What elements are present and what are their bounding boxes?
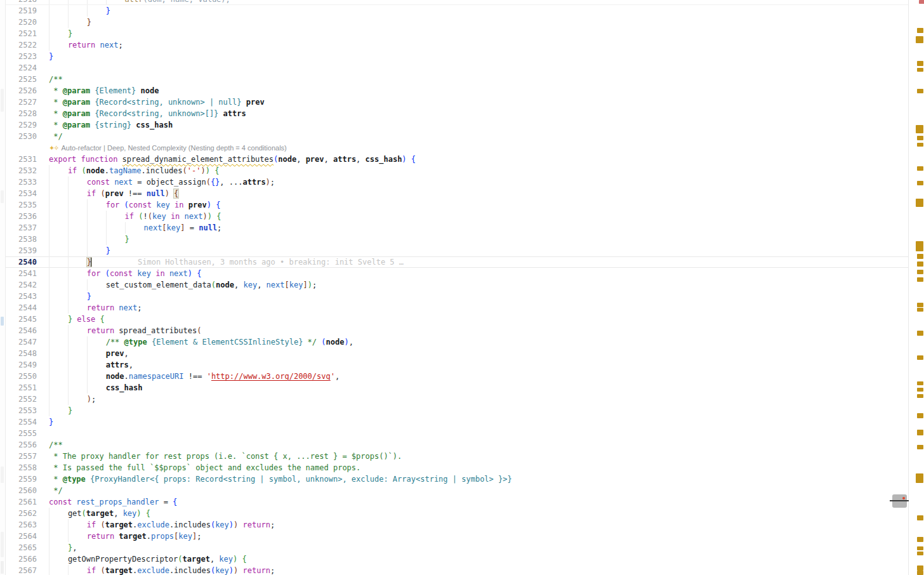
code-line-content[interactable]: return target.props[key]; bbox=[37, 531, 908, 542]
code-line-content[interactable]: node.namespaceURI !== 'http://www.w3.org… bbox=[37, 371, 908, 382]
code-line[interactable]: 2523} bbox=[0, 51, 908, 62]
code-line[interactable]: 2531export function spread_dynamic_eleme… bbox=[0, 154, 908, 165]
code-line-content[interactable]: ); bbox=[37, 393, 908, 405]
code-line-content[interactable]: prev, bbox=[37, 348, 908, 359]
code-line-content[interactable]: return next; bbox=[37, 302, 908, 314]
code-line[interactable]: 2550node.namespaceURI !== 'http://www.w3… bbox=[0, 371, 908, 382]
code-line[interactable]: 2524 bbox=[0, 62, 908, 74]
code-line[interactable]: 2546return spread_attributes( bbox=[0, 325, 908, 336]
code-line-content[interactable]: } bbox=[37, 51, 908, 62]
code-line[interactable]: 2549attrs, bbox=[0, 359, 908, 371]
code-line-content[interactable]: getOwnPropertyDescriptor(target, key) { bbox=[37, 553, 908, 565]
code-line[interactable]: 2527 * @param {Record<string, unknown> |… bbox=[0, 96, 908, 108]
code-line-content[interactable]: if (node.tagName.includes('-')) { bbox=[37, 165, 908, 176]
code-line-content[interactable]: } bbox=[37, 245, 908, 256]
code-line-content[interactable]: const next = object_assign({}, ...attrs)… bbox=[37, 176, 908, 188]
code-line[interactable]: 2544return next; bbox=[0, 302, 908, 314]
code-line-content[interactable]: /** bbox=[37, 74, 908, 85]
code-line-content[interactable]: */ bbox=[37, 131, 908, 142]
code-line[interactable]: 2537next[key] = null; bbox=[0, 222, 908, 234]
code-line[interactable]: 2542set_custom_element_data(node, key, n… bbox=[0, 279, 908, 291]
code-line-content[interactable]: next[key] = null; bbox=[37, 222, 908, 234]
code-line[interactable]: 2563if (target.exclude.includes(key)) re… bbox=[0, 519, 908, 531]
code-line-content[interactable]: }Simon Holthausen, 3 months ago • breaki… bbox=[37, 256, 908, 268]
code-line[interactable]: 2535for (const key in prev) { bbox=[0, 199, 908, 211]
code-line-content[interactable]: } bbox=[37, 5, 908, 17]
code-line-content[interactable]: } bbox=[37, 416, 908, 428]
code-line-content[interactable]: * @param {Element} node bbox=[37, 85, 908, 96]
code-line-content[interactable] bbox=[37, 428, 908, 439]
code-line[interactable]: 2556/** bbox=[0, 439, 908, 451]
code-line[interactable]: 2520} bbox=[0, 17, 908, 28]
code-line-content[interactable]: * @param {Record<string, unknown>[]} att… bbox=[37, 108, 908, 119]
code-line[interactable]: 2562get(target, key) { bbox=[0, 508, 908, 519]
code-line[interactable]: 2558 * Is passed the full `$$props` obje… bbox=[0, 462, 908, 473]
code-line-content[interactable]: * @type {ProxyHandler<{ props: Record<st… bbox=[37, 473, 908, 485]
code-line[interactable]: 2528 * @param {Record<string, unknown>[]… bbox=[0, 108, 908, 119]
code-line[interactable]: 2567if (target.exclude.includes(key)) re… bbox=[0, 565, 908, 575]
codelens-label[interactable]: Auto-refactor | Deep, Nested Complexity … bbox=[61, 142, 286, 154]
code-line[interactable]: 2519} bbox=[0, 5, 908, 17]
code-line-content[interactable]: * Is passed the full `$$props` object an… bbox=[37, 462, 908, 473]
codelens[interactable]: ✦✧Auto-refactor | Deep, Nested Complexit… bbox=[0, 142, 908, 154]
overview-ruler[interactable] bbox=[908, 0, 924, 575]
code-line[interactable]: 2557 * The proxy handler for rest props … bbox=[0, 451, 908, 462]
code-line[interactable]: 2566getOwnPropertyDescriptor(target, key… bbox=[0, 553, 908, 565]
code-line-content[interactable]: * @param {string} css_hash bbox=[37, 119, 908, 131]
code-line[interactable]: 2559 * @type {ProxyHandler<{ props: Reco… bbox=[0, 473, 908, 485]
code-line[interactable]: 2561const rest_props_handler = { bbox=[0, 496, 908, 508]
code-area[interactable]: 2518attr(dom, name, value);2519}2520}252… bbox=[0, 0, 908, 575]
code-line[interactable]: 2541for (const key in next) { bbox=[0, 268, 908, 279]
code-line[interactable]: 2564return target.props[key]; bbox=[0, 531, 908, 542]
code-line-content[interactable]: export function spread_dynamic_element_a… bbox=[37, 154, 908, 165]
code-line-content[interactable]: for (const key in next) { bbox=[37, 268, 908, 279]
code-line-content[interactable]: } bbox=[37, 17, 908, 28]
code-line[interactable]: 2553} bbox=[0, 405, 908, 416]
code-line[interactable]: 2532if (node.tagName.includes('-')) { bbox=[0, 165, 908, 176]
code-line-content[interactable]: attrs, bbox=[37, 359, 908, 371]
code-line[interactable]: 2552); bbox=[0, 393, 908, 405]
code-line-content[interactable]: */ bbox=[37, 485, 908, 496]
code-line[interactable]: 2548prev, bbox=[0, 348, 908, 359]
code-line-content[interactable]: if (target.exclude.includes(key)) return… bbox=[37, 565, 908, 575]
code-line[interactable]: 2538} bbox=[0, 234, 908, 245]
code-line-content[interactable]: const rest_props_handler = { bbox=[37, 496, 908, 508]
code-line-content[interactable]: set_custom_element_data(node, key, next[… bbox=[37, 279, 908, 291]
code-line[interactable]: 2560 */ bbox=[0, 485, 908, 496]
code-line-content[interactable]: } bbox=[37, 405, 908, 416]
code-line-content[interactable]: css_hash bbox=[37, 382, 908, 393]
code-line-content[interactable]: /** @type {Element & ElementCSSInlineSty… bbox=[37, 336, 908, 348]
code-line[interactable]: 2543} bbox=[0, 291, 908, 302]
code-line-content[interactable]: return spread_attributes( bbox=[37, 325, 908, 336]
code-line[interactable]: 2526 * @param {Element} node bbox=[0, 85, 908, 96]
code-line[interactable]: 2555 bbox=[0, 428, 908, 439]
code-line-content[interactable]: /** bbox=[37, 439, 908, 451]
code-line[interactable]: 2521} bbox=[0, 28, 908, 39]
code-line-content[interactable]: if (target.exclude.includes(key)) return… bbox=[37, 519, 908, 531]
code-line-content[interactable]: return next; bbox=[37, 39, 908, 51]
code-line-content[interactable]: * @param {Record<string, unknown> | null… bbox=[37, 96, 908, 108]
code-line[interactable]: 2522return next; bbox=[0, 39, 908, 51]
code-line-content[interactable]: } bbox=[37, 28, 908, 39]
code-line[interactable]: 2534if (prev !== null) { bbox=[0, 188, 908, 199]
code-line-content[interactable]: } bbox=[37, 291, 908, 302]
code-line[interactable]: 2565}, bbox=[0, 542, 908, 553]
code-line-content[interactable]: }, bbox=[37, 542, 908, 553]
code-line[interactable]: 2536if (!(key in next)) { bbox=[0, 211, 908, 222]
code-line[interactable]: 2551css_hash bbox=[0, 382, 908, 393]
code-line[interactable]: 2529 * @param {string} css_hash bbox=[0, 119, 908, 131]
code-line[interactable]: 2547/** @type {Element & ElementCSSInlin… bbox=[0, 336, 908, 348]
code-line-content[interactable]: get(target, key) { bbox=[37, 508, 908, 519]
code-line-content[interactable]: } else { bbox=[37, 314, 908, 325]
code-line[interactable]: 2545} else { bbox=[0, 314, 908, 325]
code-line-content[interactable]: * The proxy handler for rest props (i.e.… bbox=[37, 451, 908, 462]
code-line-content[interactable]: if (!(key in next)) { bbox=[37, 211, 908, 222]
code-line-content[interactable]: for (const key in prev) { bbox=[37, 199, 908, 211]
code-line-content[interactable]: if (prev !== null) { bbox=[37, 188, 908, 199]
code-line[interactable]: 2554} bbox=[0, 416, 908, 428]
code-line[interactable]: 2540}Simon Holthausen, 3 months ago • br… bbox=[0, 256, 908, 268]
code-line[interactable]: 2530 */ bbox=[0, 131, 908, 142]
code-line-content[interactable]: } bbox=[37, 234, 908, 245]
code-line[interactable]: 2525/** bbox=[0, 74, 908, 85]
code-line[interactable]: 2533const next = object_assign({}, ...at… bbox=[0, 176, 908, 188]
